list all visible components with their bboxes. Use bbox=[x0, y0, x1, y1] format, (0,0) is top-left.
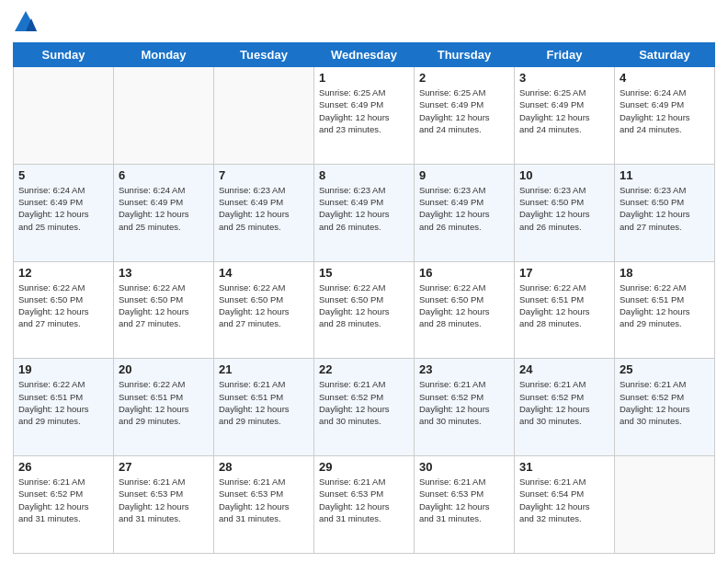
calendar-week-row: 1Sunrise: 6:25 AM Sunset: 6:49 PM Daylig… bbox=[14, 67, 715, 165]
calendar-week-row: 26Sunrise: 6:21 AM Sunset: 6:52 PM Dayli… bbox=[14, 456, 715, 554]
day-header-thursday: Thursday bbox=[415, 43, 515, 67]
day-info: Sunrise: 6:23 AM Sunset: 6:50 PM Dayligh… bbox=[519, 184, 609, 233]
page: SundayMondayTuesdayWednesdayThursdayFrid… bbox=[0, 0, 728, 563]
calendar-cell: 21Sunrise: 6:21 AM Sunset: 6:51 PM Dayli… bbox=[214, 359, 314, 456]
day-info: Sunrise: 6:21 AM Sunset: 6:53 PM Dayligh… bbox=[119, 476, 209, 524]
day-info: Sunrise: 6:21 AM Sunset: 6:53 PM Dayligh… bbox=[319, 476, 409, 524]
calendar-cell: 25Sunrise: 6:21 AM Sunset: 6:52 PM Dayli… bbox=[615, 359, 715, 456]
calendar-cell: 22Sunrise: 6:21 AM Sunset: 6:52 PM Dayli… bbox=[314, 359, 415, 456]
day-number: 17 bbox=[519, 266, 609, 280]
day-info: Sunrise: 6:23 AM Sunset: 6:50 PM Dayligh… bbox=[620, 184, 710, 233]
day-header-wednesday: Wednesday bbox=[314, 43, 415, 67]
calendar-cell: 28Sunrise: 6:21 AM Sunset: 6:53 PM Dayli… bbox=[214, 456, 314, 554]
calendar-cell: 24Sunrise: 6:21 AM Sunset: 6:52 PM Dayli… bbox=[515, 359, 615, 456]
day-info: Sunrise: 6:24 AM Sunset: 6:49 PM Dayligh… bbox=[620, 86, 710, 135]
calendar-cell: 26Sunrise: 6:21 AM Sunset: 6:52 PM Dayli… bbox=[14, 456, 114, 554]
calendar-cell: 8Sunrise: 6:23 AM Sunset: 6:49 PM Daylig… bbox=[314, 164, 415, 261]
logo bbox=[13, 9, 42, 35]
calendar-table: SundayMondayTuesdayWednesdayThursdayFrid… bbox=[13, 42, 715, 554]
day-info: Sunrise: 6:21 AM Sunset: 6:52 PM Dayligh… bbox=[319, 378, 409, 427]
day-info: Sunrise: 6:21 AM Sunset: 6:53 PM Dayligh… bbox=[419, 476, 509, 524]
day-number: 3 bbox=[519, 71, 609, 85]
day-header-sunday: Sunday bbox=[14, 43, 114, 67]
day-info: Sunrise: 6:21 AM Sunset: 6:52 PM Dayligh… bbox=[419, 378, 509, 427]
day-number: 25 bbox=[620, 362, 710, 376]
calendar-cell: 27Sunrise: 6:21 AM Sunset: 6:53 PM Dayli… bbox=[114, 456, 214, 554]
calendar-cell: 3Sunrise: 6:25 AM Sunset: 6:49 PM Daylig… bbox=[515, 67, 615, 165]
day-info: Sunrise: 6:21 AM Sunset: 6:54 PM Dayligh… bbox=[519, 476, 609, 524]
day-number: 16 bbox=[419, 266, 509, 280]
day-number: 23 bbox=[419, 362, 509, 376]
day-number: 28 bbox=[219, 460, 309, 474]
day-number: 19 bbox=[18, 362, 108, 376]
calendar-cell: 20Sunrise: 6:22 AM Sunset: 6:51 PM Dayli… bbox=[114, 359, 214, 456]
day-header-saturday: Saturday bbox=[615, 43, 715, 67]
calendar-cell: 10Sunrise: 6:23 AM Sunset: 6:50 PM Dayli… bbox=[515, 164, 615, 261]
calendar-week-row: 12Sunrise: 6:22 AM Sunset: 6:50 PM Dayli… bbox=[14, 261, 715, 359]
day-number: 14 bbox=[219, 266, 309, 280]
day-info: Sunrise: 6:23 AM Sunset: 6:49 PM Dayligh… bbox=[419, 184, 509, 233]
calendar-cell: 5Sunrise: 6:24 AM Sunset: 6:49 PM Daylig… bbox=[14, 164, 114, 261]
day-info: Sunrise: 6:22 AM Sunset: 6:51 PM Dayligh… bbox=[620, 282, 710, 330]
day-number: 15 bbox=[319, 266, 409, 280]
day-info: Sunrise: 6:22 AM Sunset: 6:50 PM Dayligh… bbox=[119, 282, 209, 330]
calendar-cell: 6Sunrise: 6:24 AM Sunset: 6:49 PM Daylig… bbox=[114, 164, 214, 261]
day-info: Sunrise: 6:22 AM Sunset: 6:51 PM Dayligh… bbox=[18, 378, 108, 427]
day-number: 8 bbox=[319, 168, 409, 182]
day-number: 4 bbox=[620, 71, 710, 85]
calendar-cell bbox=[214, 67, 314, 165]
day-info: Sunrise: 6:23 AM Sunset: 6:49 PM Dayligh… bbox=[219, 184, 309, 233]
calendar-cell: 7Sunrise: 6:23 AM Sunset: 6:49 PM Daylig… bbox=[214, 164, 314, 261]
day-number: 9 bbox=[419, 168, 509, 182]
day-info: Sunrise: 6:21 AM Sunset: 6:53 PM Dayligh… bbox=[219, 476, 309, 524]
calendar-cell bbox=[114, 67, 214, 165]
calendar-cell: 29Sunrise: 6:21 AM Sunset: 6:53 PM Dayli… bbox=[314, 456, 415, 554]
calendar-week-row: 19Sunrise: 6:22 AM Sunset: 6:51 PM Dayli… bbox=[14, 359, 715, 456]
day-info: Sunrise: 6:24 AM Sunset: 6:49 PM Dayligh… bbox=[119, 184, 209, 233]
calendar-cell: 18Sunrise: 6:22 AM Sunset: 6:51 PM Dayli… bbox=[615, 261, 715, 359]
day-info: Sunrise: 6:25 AM Sunset: 6:49 PM Dayligh… bbox=[519, 86, 609, 135]
day-info: Sunrise: 6:21 AM Sunset: 6:51 PM Dayligh… bbox=[219, 378, 309, 427]
day-number: 6 bbox=[119, 168, 209, 182]
day-number: 22 bbox=[319, 362, 409, 376]
day-info: Sunrise: 6:24 AM Sunset: 6:49 PM Dayligh… bbox=[18, 184, 108, 233]
calendar-cell: 2Sunrise: 6:25 AM Sunset: 6:49 PM Daylig… bbox=[415, 67, 515, 165]
day-info: Sunrise: 6:25 AM Sunset: 6:49 PM Dayligh… bbox=[419, 86, 509, 135]
day-number: 27 bbox=[119, 460, 209, 474]
day-number: 7 bbox=[219, 168, 309, 182]
calendar-cell: 1Sunrise: 6:25 AM Sunset: 6:49 PM Daylig… bbox=[314, 67, 415, 165]
calendar-cell: 12Sunrise: 6:22 AM Sunset: 6:50 PM Dayli… bbox=[14, 261, 114, 359]
logo-icon bbox=[13, 9, 39, 35]
day-header-monday: Monday bbox=[114, 43, 214, 67]
calendar-cell: 13Sunrise: 6:22 AM Sunset: 6:50 PM Dayli… bbox=[114, 261, 214, 359]
calendar-cell: 17Sunrise: 6:22 AM Sunset: 6:51 PM Dayli… bbox=[515, 261, 615, 359]
day-info: Sunrise: 6:22 AM Sunset: 6:50 PM Dayligh… bbox=[18, 282, 108, 330]
header bbox=[13, 9, 715, 35]
day-info: Sunrise: 6:22 AM Sunset: 6:51 PM Dayligh… bbox=[519, 282, 609, 330]
calendar-cell: 23Sunrise: 6:21 AM Sunset: 6:52 PM Dayli… bbox=[415, 359, 515, 456]
day-header-friday: Friday bbox=[515, 43, 615, 67]
day-number: 30 bbox=[419, 460, 509, 474]
calendar-cell: 15Sunrise: 6:22 AM Sunset: 6:50 PM Dayli… bbox=[314, 261, 415, 359]
calendar-cell: 9Sunrise: 6:23 AM Sunset: 6:49 PM Daylig… bbox=[415, 164, 515, 261]
day-number: 20 bbox=[119, 362, 209, 376]
day-info: Sunrise: 6:22 AM Sunset: 6:50 PM Dayligh… bbox=[319, 282, 409, 330]
day-number: 11 bbox=[620, 168, 710, 182]
calendar-cell bbox=[615, 456, 715, 554]
day-header-tuesday: Tuesday bbox=[214, 43, 314, 67]
day-number: 2 bbox=[419, 71, 509, 85]
calendar-cell: 4Sunrise: 6:24 AM Sunset: 6:49 PM Daylig… bbox=[615, 67, 715, 165]
day-number: 24 bbox=[519, 362, 609, 376]
calendar-week-row: 5Sunrise: 6:24 AM Sunset: 6:49 PM Daylig… bbox=[14, 164, 715, 261]
calendar-cell: 31Sunrise: 6:21 AM Sunset: 6:54 PM Dayli… bbox=[515, 456, 615, 554]
day-number: 21 bbox=[219, 362, 309, 376]
day-number: 10 bbox=[519, 168, 609, 182]
day-number: 1 bbox=[319, 71, 409, 85]
calendar-cell: 30Sunrise: 6:21 AM Sunset: 6:53 PM Dayli… bbox=[415, 456, 515, 554]
day-info: Sunrise: 6:22 AM Sunset: 6:50 PM Dayligh… bbox=[219, 282, 309, 330]
calendar-cell bbox=[14, 67, 114, 165]
day-info: Sunrise: 6:22 AM Sunset: 6:50 PM Dayligh… bbox=[419, 282, 509, 330]
calendar-cell: 16Sunrise: 6:22 AM Sunset: 6:50 PM Dayli… bbox=[415, 261, 515, 359]
days-header-row: SundayMondayTuesdayWednesdayThursdayFrid… bbox=[14, 43, 715, 67]
day-number: 12 bbox=[18, 266, 108, 280]
